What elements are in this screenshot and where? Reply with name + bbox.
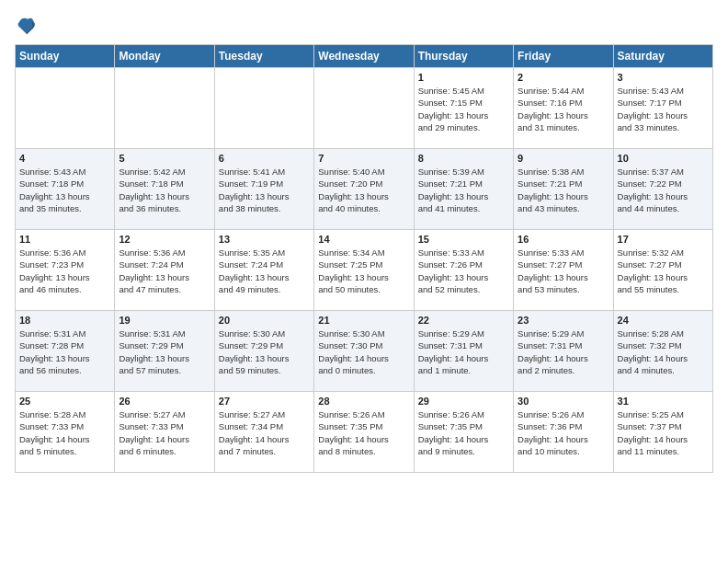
day-number: 15 [418, 234, 509, 245]
page-header [15, 15, 713, 37]
day-info: Sunrise: 5:44 AM Sunset: 7:16 PM Dayligh… [518, 85, 609, 133]
day-info: Sunrise: 5:27 AM Sunset: 7:33 PM Dayligh… [119, 408, 210, 457]
week-row-5: 25Sunrise: 5:28 AM Sunset: 7:33 PM Dayli… [16, 392, 713, 473]
day-number: 4 [19, 153, 110, 164]
calendar-cell: 11Sunrise: 5:36 AM Sunset: 7:23 PM Dayli… [16, 230, 115, 311]
calendar-cell: 29Sunrise: 5:26 AM Sunset: 7:35 PM Dayli… [414, 392, 513, 473]
day-number: 22 [418, 315, 509, 326]
day-number: 26 [119, 396, 210, 407]
day-info: Sunrise: 5:26 AM Sunset: 7:36 PM Dayligh… [518, 408, 609, 457]
day-info: Sunrise: 5:40 AM Sunset: 7:20 PM Dayligh… [318, 166, 409, 214]
calendar-cell: 6Sunrise: 5:41 AM Sunset: 7:19 PM Daylig… [214, 149, 313, 230]
day-number: 28 [318, 396, 409, 407]
day-number: 1 [418, 72, 509, 83]
day-info: Sunrise: 5:29 AM Sunset: 7:31 PM Dayligh… [518, 327, 609, 376]
day-info: Sunrise: 5:28 AM Sunset: 7:32 PM Dayligh… [618, 327, 709, 376]
day-info: Sunrise: 5:45 AM Sunset: 7:15 PM Dayligh… [418, 85, 509, 133]
day-header-tuesday: Tuesday [214, 45, 313, 68]
day-number: 23 [518, 315, 609, 326]
day-number: 12 [119, 234, 210, 245]
day-info: Sunrise: 5:31 AM Sunset: 7:29 PM Dayligh… [119, 327, 210, 376]
day-number: 17 [618, 234, 709, 245]
week-row-1: 1Sunrise: 5:45 AM Sunset: 7:15 PM Daylig… [16, 68, 713, 149]
day-number: 25 [19, 396, 110, 407]
day-number: 9 [518, 153, 609, 164]
calendar-cell: 2Sunrise: 5:44 AM Sunset: 7:16 PM Daylig… [514, 68, 613, 149]
calendar-cell [314, 68, 414, 149]
day-info: Sunrise: 5:25 AM Sunset: 7:37 PM Dayligh… [618, 408, 709, 457]
day-number: 24 [618, 315, 709, 326]
day-number: 11 [19, 234, 110, 245]
day-number: 18 [19, 315, 110, 326]
day-info: Sunrise: 5:27 AM Sunset: 7:34 PM Dayligh… [219, 408, 310, 457]
calendar-cell: 26Sunrise: 5:27 AM Sunset: 7:33 PM Dayli… [115, 392, 214, 473]
day-info: Sunrise: 5:26 AM Sunset: 7:35 PM Dayligh… [318, 408, 409, 457]
calendar-cell: 12Sunrise: 5:36 AM Sunset: 7:24 PM Dayli… [115, 230, 214, 311]
day-header-saturday: Saturday [613, 45, 712, 68]
calendar-cell [16, 68, 115, 149]
calendar-cell: 3Sunrise: 5:43 AM Sunset: 7:17 PM Daylig… [613, 68, 712, 149]
calendar-cell: 15Sunrise: 5:33 AM Sunset: 7:26 PM Dayli… [414, 230, 513, 311]
day-info: Sunrise: 5:28 AM Sunset: 7:33 PM Dayligh… [19, 408, 110, 457]
calendar-cell: 4Sunrise: 5:43 AM Sunset: 7:18 PM Daylig… [16, 149, 115, 230]
calendar-cell: 13Sunrise: 5:35 AM Sunset: 7:24 PM Dayli… [214, 230, 313, 311]
day-number: 13 [219, 234, 310, 245]
calendar-cell: 5Sunrise: 5:42 AM Sunset: 7:18 PM Daylig… [115, 149, 214, 230]
day-info: Sunrise: 5:31 AM Sunset: 7:28 PM Dayligh… [19, 327, 110, 376]
calendar-cell: 14Sunrise: 5:34 AM Sunset: 7:25 PM Dayli… [314, 230, 414, 311]
day-number: 8 [418, 153, 509, 164]
day-number: 30 [518, 396, 609, 407]
day-number: 20 [219, 315, 310, 326]
calendar-cell: 22Sunrise: 5:29 AM Sunset: 7:31 PM Dayli… [414, 311, 513, 392]
day-info: Sunrise: 5:42 AM Sunset: 7:18 PM Dayligh… [119, 166, 210, 214]
day-info: Sunrise: 5:26 AM Sunset: 7:35 PM Dayligh… [418, 408, 509, 457]
day-info: Sunrise: 5:36 AM Sunset: 7:24 PM Dayligh… [119, 247, 210, 295]
day-header-monday: Monday [115, 45, 214, 68]
day-header-thursday: Thursday [414, 45, 513, 68]
day-number: 5 [119, 153, 210, 164]
day-info: Sunrise: 5:39 AM Sunset: 7:21 PM Dayligh… [418, 166, 509, 214]
day-info: Sunrise: 5:35 AM Sunset: 7:24 PM Dayligh… [219, 247, 310, 295]
calendar-cell: 27Sunrise: 5:27 AM Sunset: 7:34 PM Dayli… [214, 392, 313, 473]
calendar-table: SundayMondayTuesdayWednesdayThursdayFrid… [15, 44, 713, 473]
day-header-sunday: Sunday [16, 45, 115, 68]
calendar-cell: 16Sunrise: 5:33 AM Sunset: 7:27 PM Dayli… [514, 230, 613, 311]
week-row-3: 11Sunrise: 5:36 AM Sunset: 7:23 PM Dayli… [16, 230, 713, 311]
day-info: Sunrise: 5:30 AM Sunset: 7:29 PM Dayligh… [219, 327, 310, 376]
day-info: Sunrise: 5:32 AM Sunset: 7:27 PM Dayligh… [618, 247, 709, 295]
day-number: 31 [618, 396, 709, 407]
logo [15, 15, 40, 37]
day-info: Sunrise: 5:29 AM Sunset: 7:31 PM Dayligh… [418, 327, 509, 376]
day-number: 21 [318, 315, 409, 326]
calendar-cell: 30Sunrise: 5:26 AM Sunset: 7:36 PM Dayli… [514, 392, 613, 473]
calendar-cell: 8Sunrise: 5:39 AM Sunset: 7:21 PM Daylig… [414, 149, 513, 230]
calendar-cell: 23Sunrise: 5:29 AM Sunset: 7:31 PM Dayli… [514, 311, 613, 392]
week-row-4: 18Sunrise: 5:31 AM Sunset: 7:28 PM Dayli… [16, 311, 713, 392]
calendar-cell: 25Sunrise: 5:28 AM Sunset: 7:33 PM Dayli… [16, 392, 115, 473]
day-number: 14 [318, 234, 409, 245]
day-info: Sunrise: 5:30 AM Sunset: 7:30 PM Dayligh… [318, 327, 409, 376]
calendar-cell: 20Sunrise: 5:30 AM Sunset: 7:29 PM Dayli… [214, 311, 313, 392]
week-row-2: 4Sunrise: 5:43 AM Sunset: 7:18 PM Daylig… [16, 149, 713, 230]
day-number: 19 [119, 315, 210, 326]
day-number: 2 [518, 72, 609, 83]
calendar-cell: 24Sunrise: 5:28 AM Sunset: 7:32 PM Dayli… [613, 311, 712, 392]
calendar-cell: 21Sunrise: 5:30 AM Sunset: 7:30 PM Dayli… [314, 311, 414, 392]
day-info: Sunrise: 5:33 AM Sunset: 7:27 PM Dayligh… [518, 247, 609, 295]
day-header-friday: Friday [514, 45, 613, 68]
day-number: 3 [618, 72, 709, 83]
calendar-cell: 28Sunrise: 5:26 AM Sunset: 7:35 PM Dayli… [314, 392, 414, 473]
calendar-cell: 10Sunrise: 5:37 AM Sunset: 7:22 PM Dayli… [613, 149, 712, 230]
day-info: Sunrise: 5:41 AM Sunset: 7:19 PM Dayligh… [219, 166, 310, 214]
day-number: 6 [219, 153, 310, 164]
calendar-cell [214, 68, 313, 149]
calendar-cell: 19Sunrise: 5:31 AM Sunset: 7:29 PM Dayli… [115, 311, 214, 392]
logo-icon [15, 15, 37, 37]
day-info: Sunrise: 5:34 AM Sunset: 7:25 PM Dayligh… [318, 247, 409, 295]
day-number: 16 [518, 234, 609, 245]
calendar-cell: 31Sunrise: 5:25 AM Sunset: 7:37 PM Dayli… [613, 392, 712, 473]
header-row: SundayMondayTuesdayWednesdayThursdayFrid… [16, 45, 713, 68]
calendar-cell: 18Sunrise: 5:31 AM Sunset: 7:28 PM Dayli… [16, 311, 115, 392]
day-info: Sunrise: 5:36 AM Sunset: 7:23 PM Dayligh… [19, 247, 110, 295]
day-number: 7 [318, 153, 409, 164]
